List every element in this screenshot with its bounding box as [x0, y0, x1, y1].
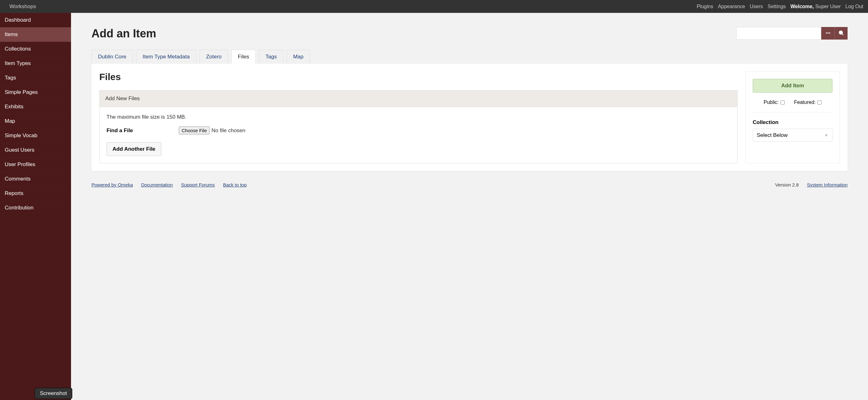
tab-map[interactable]: Map: [287, 49, 310, 64]
side-panel: Add Item Public: Featured: Collection Se…: [745, 72, 840, 163]
primary-panel: Files Add New Files The maximum file siz…: [99, 72, 738, 163]
site-title-link[interactable]: Workshops: [9, 3, 36, 10]
tab-files[interactable]: Files: [231, 49, 256, 64]
featured-checkbox-label[interactable]: Featured:: [794, 100, 822, 105]
add-item-button[interactable]: Add Item: [753, 79, 833, 93]
footer-forums[interactable]: Support Forums: [181, 182, 215, 188]
footer-docs[interactable]: Documentation: [141, 182, 173, 188]
nav-appearance[interactable]: Appearance: [718, 4, 745, 9]
sidebar-item-map[interactable]: Map: [0, 114, 71, 128]
sidebar-item-item-types[interactable]: Item Types: [0, 57, 71, 70]
content-area: Add an Item Dublin CoreItem Type Metadat…: [71, 13, 868, 400]
max-size-text: The maximum file size is 150 MB.: [106, 114, 730, 120]
svg-point-1: [828, 32, 828, 33]
ellipsis-icon: [825, 30, 831, 37]
footer-version: Version 2.8: [775, 182, 799, 188]
sidebar-item-contribution[interactable]: Contribution: [0, 201, 71, 215]
welcome-text: Welcome, Super User: [790, 4, 841, 9]
page-title: Add an Item: [91, 27, 156, 40]
nav-plugins[interactable]: Plugins: [697, 4, 713, 9]
sidebar-nav: DashboardItemsCollectionsItem TypesTagsS…: [0, 13, 71, 400]
sidebar-item-exhibits[interactable]: Exhibits: [0, 100, 71, 114]
footer: Powered by Omeka Documentation Support F…: [71, 171, 868, 198]
sidebar-item-items[interactable]: Items: [0, 28, 71, 41]
files-box-title: Add New Files: [100, 91, 737, 107]
sidebar-item-reports[interactable]: Reports: [0, 187, 71, 200]
search-icon: [838, 30, 844, 37]
svg-point-3: [839, 31, 842, 34]
public-checkbox[interactable]: [781, 100, 785, 105]
search-group: [736, 27, 847, 39]
tabs: Dublin CoreItem Type MetadataZoteroFiles…: [71, 40, 868, 64]
file-input[interactable]: Choose File No file chosen: [179, 127, 245, 134]
sidebar-item-dashboard[interactable]: Dashboard: [0, 13, 71, 27]
sidebar-item-simple-vocab[interactable]: Simple Vocab: [0, 129, 71, 142]
svg-point-2: [829, 32, 830, 33]
svg-point-0: [826, 32, 827, 33]
files-heading: Files: [99, 72, 738, 82]
search-advanced-button[interactable]: [821, 27, 834, 39]
footer-sysinfo[interactable]: System Information: [807, 182, 847, 188]
files-box: Add New Files The maximum file size is 1…: [99, 90, 738, 163]
featured-checkbox[interactable]: [817, 100, 822, 105]
choose-file-button[interactable]: Choose File: [179, 127, 210, 134]
tab-dublin-core[interactable]: Dublin Core: [91, 49, 133, 64]
sidebar-item-comments[interactable]: Comments: [0, 172, 71, 186]
screenshot-button[interactable]: Screenshot: [35, 388, 72, 399]
sidebar-item-collections[interactable]: Collections: [0, 42, 71, 56]
public-checkbox-label[interactable]: Public:: [764, 100, 785, 105]
sidebar-item-tags[interactable]: Tags: [0, 71, 71, 85]
sidebar-item-simple-pages[interactable]: Simple Pages: [0, 86, 71, 99]
collection-select[interactable]: Select Below: [753, 129, 833, 142]
nav-users[interactable]: Users: [750, 4, 763, 9]
top-navbar: Workshops Plugins Appearance Users Setti…: [0, 0, 868, 13]
nav-settings[interactable]: Settings: [768, 4, 786, 9]
search-submit-button[interactable]: [834, 27, 847, 39]
search-input[interactable]: [736, 27, 821, 39]
svg-line-4: [842, 34, 843, 35]
no-file-text: No file chosen: [212, 128, 245, 134]
find-file-label: Find a File: [106, 128, 173, 134]
collection-label: Collection: [753, 119, 833, 126]
tab-zotero[interactable]: Zotero: [199, 49, 228, 64]
add-another-file-button[interactable]: Add Another File: [106, 142, 161, 156]
footer-back-to-top[interactable]: Back to top: [223, 182, 247, 188]
nav-logout[interactable]: Log Out: [845, 4, 863, 9]
tab-item-type-metadata[interactable]: Item Type Metadata: [136, 49, 196, 64]
footer-powered[interactable]: Powered by Omeka: [91, 182, 133, 188]
sidebar-item-guest-users[interactable]: Guest Users: [0, 143, 71, 157]
tab-tags[interactable]: Tags: [259, 49, 283, 64]
sidebar-item-user-profiles[interactable]: User Profiles: [0, 158, 71, 171]
